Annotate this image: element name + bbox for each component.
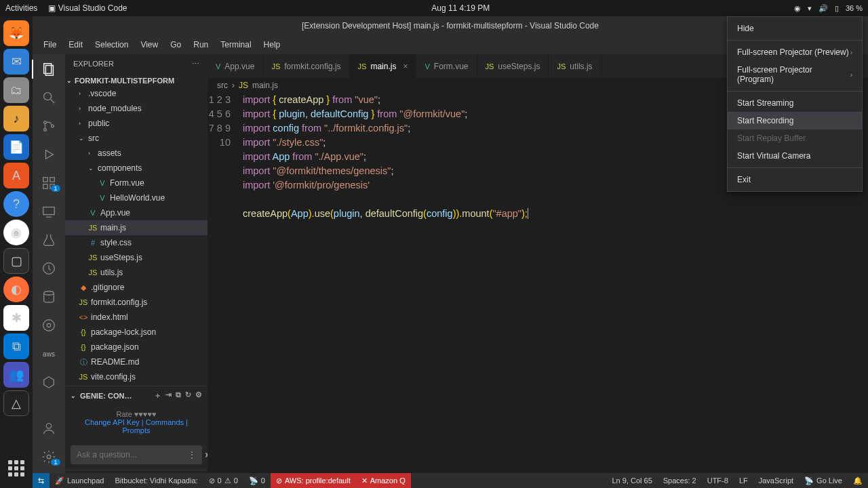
ctx-hide[interactable]: Hide: [728, 20, 862, 37]
status-encoding[interactable]: UTF-8: [702, 476, 734, 485]
folder-src[interactable]: ⌄src: [65, 131, 208, 146]
menu-terminal[interactable]: Terminal: [215, 37, 256, 52]
activity-extensions[interactable]: [39, 174, 58, 192]
tab-usesteps[interactable]: JSuseSteps.js: [477, 54, 549, 78]
activity-remote[interactable]: [39, 202, 58, 221]
ctx-start-virtual-camera[interactable]: Start Virtual Camera: [728, 147, 862, 165]
file-package-lock[interactable]: {}package-lock.json: [65, 325, 208, 340]
genie-add-icon[interactable]: ＋: [154, 390, 161, 401]
activity-explorer[interactable]: [32, 60, 64, 79]
dock-chrome[interactable]: ◉: [3, 220, 29, 245]
menu-selection[interactable]: Selection: [90, 37, 134, 52]
activity-aws[interactable]: aws: [39, 344, 58, 363]
status-spaces[interactable]: Spaces: 2: [658, 476, 702, 485]
ctx-start-streaming[interactable]: Start Streaming: [728, 94, 862, 112]
activity-search[interactable]: [39, 88, 58, 107]
file-style-css[interactable]: #style.css: [65, 235, 208, 250]
tab-formkit-config[interactable]: JSformkit.config.js: [263, 54, 349, 78]
dock-firefox[interactable]: 🦊: [3, 20, 29, 46]
activity-hexagon[interactable]: [39, 373, 58, 392]
activity-gitlens[interactable]: [39, 316, 58, 335]
dock-terminal[interactable]: ▢: [3, 248, 29, 274]
status-eol[interactable]: LF: [734, 476, 753, 485]
clock[interactable]: Aug 11 4:19 PM: [127, 3, 794, 13]
battery-icon[interactable]: ▯: [835, 4, 839, 13]
dock-azure[interactable]: △: [3, 390, 29, 416]
status-problems[interactable]: ⊘ 0 ⚠ 0: [203, 473, 243, 488]
activity-database[interactable]: [39, 287, 58, 306]
activity-source-control[interactable]: [39, 117, 58, 136]
menu-run[interactable]: Run: [188, 37, 214, 52]
file-gitignore[interactable]: ◆.gitignore: [65, 280, 208, 295]
status-language[interactable]: JavaScript: [753, 476, 799, 485]
activity-settings[interactable]: [39, 447, 58, 466]
ctx-fullscreen-program[interactable]: Full-screen Projector (Program)›: [728, 61, 862, 88]
tab-app-vue[interactable]: VApp.vue: [208, 54, 263, 78]
dock-slack[interactable]: ✱: [3, 305, 29, 331]
network-icon[interactable]: ▾: [808, 4, 812, 13]
dock-software[interactable]: A: [3, 163, 29, 188]
status-launchpad[interactable]: 🚀 Launchpad: [50, 473, 109, 488]
genie-copy-icon[interactable]: ⧉: [176, 390, 181, 401]
activity-timeline-icon[interactable]: [39, 259, 58, 278]
dock-help[interactable]: ?: [3, 191, 29, 217]
dock-postman[interactable]: ◐: [3, 277, 29, 302]
tab-main-js[interactable]: JSmain.js×: [350, 54, 417, 78]
dock-show-apps[interactable]: [3, 455, 29, 481]
genie-more-icon[interactable]: ⋮: [184, 447, 200, 462]
file-usesteps-js[interactable]: JSuseSteps.js: [65, 250, 208, 265]
status-ports[interactable]: 📡 0: [243, 473, 271, 488]
activities-button[interactable]: Activities: [5, 3, 37, 13]
ctx-exit[interactable]: Exit: [728, 171, 862, 188]
folder-components[interactable]: ⌄components: [65, 161, 208, 176]
status-amazon-q[interactable]: ✕ Amazon Q: [356, 473, 411, 488]
genie-links[interactable]: Change API Key | Commands | Prompts: [71, 418, 202, 434]
dock-rhythmbox[interactable]: ♪: [3, 106, 29, 131]
file-formkit-config[interactable]: JSformkit.config.js: [65, 295, 208, 310]
folder-public[interactable]: ›public: [65, 116, 208, 131]
folder-node-modules[interactable]: ›node_modules: [65, 101, 208, 116]
dock-vscode[interactable]: ⧉: [3, 333, 29, 359]
explorer-more-icon[interactable]: ⋯: [192, 60, 199, 68]
file-vite-config[interactable]: JSvite.config.js: [65, 369, 208, 384]
current-app-indicator[interactable]: ▣ Visual Studio Code: [48, 3, 127, 13]
status-aws[interactable]: ⊘ AWS: profile:default: [271, 473, 356, 488]
status-bitbucket[interactable]: Bitbucket: Vidhi Kapadia:: [109, 473, 203, 488]
folder-vscode[interactable]: ›.vscode: [65, 86, 208, 101]
genie-refresh-icon[interactable]: ↻: [185, 390, 191, 401]
status-notifications[interactable]: 🔔: [848, 476, 868, 485]
genie-rate[interactable]: Rate ♥♥♥♥♥: [71, 410, 202, 418]
menu-help[interactable]: Help: [258, 37, 286, 52]
status-cursor-pos[interactable]: Ln 9, Col 65: [606, 476, 657, 485]
project-header[interactable]: ⌄FORMKIT-MULTISTEPFORM: [65, 75, 208, 86]
file-index-html[interactable]: <>index.html: [65, 310, 208, 325]
file-readme[interactable]: ⓘREADME.md: [65, 354, 208, 369]
tab-form-vue[interactable]: VForm.vue: [416, 54, 477, 78]
genie-expand-icon[interactable]: ⇥: [165, 390, 172, 401]
menu-go[interactable]: Go: [165, 37, 186, 52]
tab-utils[interactable]: JSutils.js: [549, 54, 601, 78]
file-helloworld-vue[interactable]: VHelloWorld.vue: [65, 190, 208, 205]
file-main-js[interactable]: JSmain.js: [65, 220, 208, 235]
dock-files[interactable]: 🗂: [3, 77, 29, 103]
status-go-live[interactable]: 📡 Go Live: [799, 476, 848, 485]
file-package-json[interactable]: {}package.json: [65, 340, 208, 354]
tab-close-icon[interactable]: ×: [403, 62, 408, 71]
menu-view[interactable]: View: [135, 37, 163, 52]
dock-teams[interactable]: 👥: [3, 362, 29, 388]
volume-icon[interactable]: 🔊: [818, 4, 828, 13]
genie-input[interactable]: [71, 446, 184, 464]
activity-testing[interactable]: [39, 230, 58, 249]
menu-edit[interactable]: Edit: [63, 37, 88, 52]
file-utils-js[interactable]: JSutils.js: [65, 265, 208, 280]
dock-libreoffice[interactable]: 📄: [3, 134, 29, 160]
dock-thunderbird[interactable]: ✉: [3, 49, 29, 75]
ctx-fullscreen-preview[interactable]: Full-screen Projector (Preview)›: [728, 43, 862, 61]
menu-file[interactable]: File: [38, 37, 62, 52]
genie-settings-icon[interactable]: ⚙: [195, 390, 202, 401]
genie-title[interactable]: GENIE: CON…: [80, 392, 132, 400]
status-remote[interactable]: ⇆: [33, 473, 50, 488]
ctx-start-recording[interactable]: Start Recording: [728, 112, 862, 129]
activity-run-debug[interactable]: [39, 145, 58, 164]
activity-accounts[interactable]: [39, 419, 58, 438]
